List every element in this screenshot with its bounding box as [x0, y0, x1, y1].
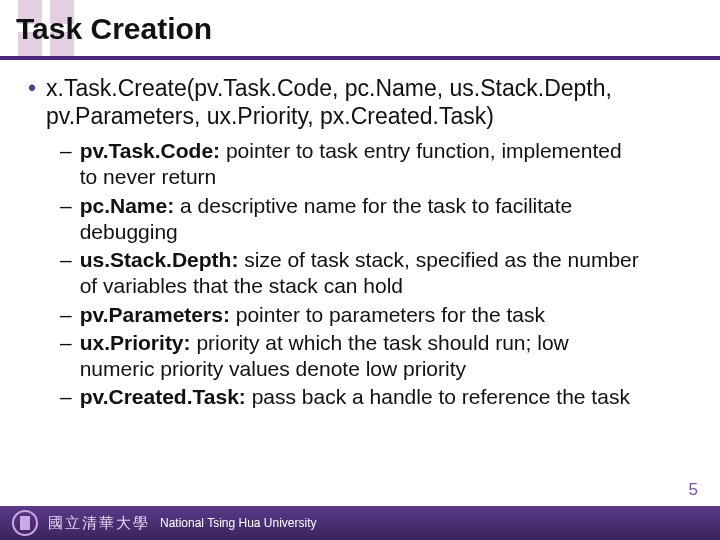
- param-desc-a: pointer to task entry function, implemen…: [220, 139, 622, 162]
- university-name-chinese: 國立清華大學: [48, 514, 150, 533]
- footer-bar: 國立清華大學 National Tsing Hua University: [0, 506, 720, 540]
- university-name-english: National Tsing Hua University: [160, 516, 317, 530]
- param-name: pv.Parameters:: [80, 303, 230, 326]
- param-name: us.Stack.Depth:: [80, 248, 239, 271]
- dash-icon: –: [60, 193, 72, 246]
- bullet-level2: – pc.Name: a descriptive name for the ta…: [60, 193, 692, 246]
- param-desc-a: size of task stack, specified as the num…: [238, 248, 638, 271]
- param-desc-a: a descriptive name for the task to facil…: [174, 194, 572, 217]
- bullet-dot-icon: •: [28, 74, 36, 130]
- param-desc-b: to never return: [80, 165, 217, 188]
- param-text: pc.Name: a descriptive name for the task…: [80, 193, 573, 246]
- title-underline: [0, 56, 720, 60]
- page-number: 5: [689, 480, 698, 500]
- param-text: pv.Created.Task: pass back a handle to r…: [80, 384, 630, 410]
- param-desc-b: numeric priority values denote low prior…: [80, 357, 466, 380]
- dash-icon: –: [60, 330, 72, 383]
- param-text: pv.Parameters: pointer to parameters for…: [80, 302, 545, 328]
- main-call-line1: x.Task.Create(pv.Task.Code, pc.Name, us.…: [46, 75, 612, 101]
- slide-title: Task Creation: [16, 12, 212, 46]
- main-call-text: x.Task.Create(pv.Task.Code, pc.Name, us.…: [46, 74, 612, 130]
- university-crest-icon: [8, 510, 42, 536]
- param-desc-a: priority at which the task should run; l…: [191, 331, 569, 354]
- dash-icon: –: [60, 247, 72, 300]
- bullet-level1: • x.Task.Create(pv.Task.Code, pc.Name, u…: [28, 74, 692, 130]
- bullet-level2: – ux.Priority: priority at which the tas…: [60, 330, 692, 383]
- param-desc-b: of variables that the stack can hold: [80, 274, 403, 297]
- param-desc-a: pointer to parameters for the task: [230, 303, 545, 326]
- slide: Task Creation • x.Task.Create(pv.Task.Co…: [0, 0, 720, 540]
- param-text: ux.Priority: priority at which the task …: [80, 330, 569, 383]
- param-name: pv.Created.Task:: [80, 385, 246, 408]
- param-name: ux.Priority:: [80, 331, 191, 354]
- bullet-level2: – us.Stack.Depth: size of task stack, sp…: [60, 247, 692, 300]
- param-text: us.Stack.Depth: size of task stack, spec…: [80, 247, 639, 300]
- bullet-level2: – pv.Parameters: pointer to parameters f…: [60, 302, 692, 328]
- dash-icon: –: [60, 302, 72, 328]
- param-name: pc.Name:: [80, 194, 175, 217]
- content-area: • x.Task.Create(pv.Task.Code, pc.Name, u…: [28, 74, 692, 413]
- bullet-level2: – pv.Task.Code: pointer to task entry fu…: [60, 138, 692, 191]
- dash-icon: –: [60, 138, 72, 191]
- main-call-line2: pv.Parameters, ux.Priority, px.Created.T…: [46, 103, 494, 129]
- bullet-level2: – pv.Created.Task: pass back a handle to…: [60, 384, 692, 410]
- param-desc-a: pass back a handle to reference the task: [246, 385, 630, 408]
- param-desc-b: debugging: [80, 220, 178, 243]
- param-name: pv.Task.Code:: [80, 139, 220, 162]
- dash-icon: –: [60, 384, 72, 410]
- param-text: pv.Task.Code: pointer to task entry func…: [80, 138, 622, 191]
